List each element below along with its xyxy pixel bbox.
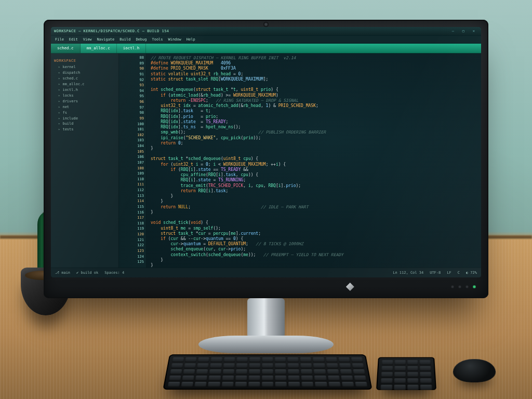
code-line[interactable]: RBQ[idx].state = TS_READY; <box>151 119 477 125</box>
status-bar[interactable]: ⎇ main✔ build okSpaces: 4 Ln 112, Col 34… <box>51 268 481 277</box>
code-line[interactable]: return RBQ[i].task; <box>151 189 477 194</box>
code-line[interactable] <box>151 82 477 87</box>
sidebar-item[interactable]: fs <box>54 110 115 116</box>
status-item[interactable]: LF <box>447 271 451 275</box>
sidebar-item[interactable]: ioctl.h <box>54 87 115 93</box>
sidebar-item[interactable]: sched.c <box>54 76 115 82</box>
line-number: 124 <box>121 255 144 260</box>
tab-strip[interactable]: sched.cmm_alloc.cioctl.h <box>51 44 481 54</box>
code-line[interactable]: struct task_t *cur = percpu[me].current; <box>151 231 477 236</box>
sidebar-item[interactable]: build <box>54 121 115 127</box>
line-number: 97 <box>121 105 144 111</box>
line-number: 102 <box>121 133 144 139</box>
status-item[interactable]: ✔ build ok <box>76 271 98 275</box>
line-number: 88 <box>121 56 144 61</box>
line-number: 89 <box>121 61 144 67</box>
code-line[interactable]: smp_wmb(); // PUBLISH ORDERING BARRIER <box>151 130 477 135</box>
code-line[interactable]: } <box>151 146 477 151</box>
sidebar-item[interactable]: locks <box>54 93 115 99</box>
menu-item[interactable]: Window <box>168 37 181 42</box>
menu-item[interactable]: Build <box>119 37 130 42</box>
code-area[interactable]: // ROUTE REQUEST DISPATCH — KERNEL RING … <box>147 54 481 268</box>
window-control-button[interactable]: – <box>449 29 457 34</box>
window-controls[interactable]: –▢✕ <box>449 29 478 34</box>
status-item[interactable]: C <box>458 271 460 275</box>
keyboard[interactable] <box>163 354 372 390</box>
code-editor[interactable]: 8889909192939495969798991001011021031041… <box>119 54 481 268</box>
window-control-button[interactable]: ✕ <box>470 29 478 34</box>
code-line[interactable]: } <box>151 194 477 199</box>
code-line[interactable]: int sched_enqueue(struct task_t *t, uint… <box>151 87 477 92</box>
line-number: 121 <box>121 238 144 244</box>
code-line[interactable]: uint32_t idx = atomic_fetch_add(&rb_head… <box>151 103 477 109</box>
code-line[interactable]: ipi_raise("SCHED_WAKE", cpu_pick(prio)); <box>151 136 477 141</box>
window-titlebar[interactable]: WORKSPACE — KERNEL/DISPATCH/SCHED.C — BU… <box>51 27 481 36</box>
code-line[interactable]: if (atomic_load(&rb_head) >= WORKQUEUE_M… <box>151 93 477 98</box>
code-line[interactable]: uint8_t me = smp_self(); <box>151 226 477 231</box>
editor-tab[interactable]: mm_alloc.c <box>81 44 117 53</box>
code-line[interactable]: } <box>151 258 477 263</box>
line-number: 110 <box>121 177 144 183</box>
code-line[interactable]: } <box>151 210 477 215</box>
line-number: 100 <box>121 122 144 128</box>
menu-item[interactable]: View <box>83 37 92 42</box>
code-line[interactable]: RBQ[idx].task = t; <box>151 109 477 114</box>
status-item[interactable]: Spaces: 4 <box>104 271 124 275</box>
sidebar-item[interactable]: kernel <box>54 64 115 70</box>
window-control-button[interactable]: ▢ <box>459 29 468 34</box>
sidebar-item[interactable]: drivers <box>54 99 115 104</box>
code-line[interactable]: sched_enqueue(cur, cur->prio); <box>151 247 477 252</box>
line-number: 98 <box>121 111 144 116</box>
mouse[interactable] <box>453 359 496 382</box>
code-line[interactable]: if (RBQ[i].state == TS_READY && <box>151 167 477 172</box>
sidebar-item[interactable]: tests <box>54 127 115 132</box>
code-line[interactable]: return 0; <box>151 141 477 146</box>
code-line[interactable]: static volatile uint32_t rb_head = 0; <box>151 72 477 77</box>
sidebar-item[interactable]: net <box>54 104 115 110</box>
sidebar-item[interactable]: dispatch <box>54 70 115 76</box>
sidebar-item[interactable]: mm_alloc.c <box>54 82 115 87</box>
code-line[interactable]: return NULL; // IDLE — PARK HART <box>151 205 477 210</box>
menu-item[interactable]: Navigate <box>97 37 115 42</box>
status-item[interactable]: UTF-8 <box>430 271 441 275</box>
code-line[interactable]: return -ENOSPC; // RING SATURATED — DROP… <box>151 98 477 103</box>
menu-item[interactable]: Debug <box>136 37 147 42</box>
menu-item[interactable]: Edit <box>69 37 78 42</box>
code-line[interactable]: static struct task_slot RBQ[WORKQUEUE_MA… <box>151 77 477 82</box>
webcam-icon <box>263 22 269 27</box>
code-line[interactable]: } <box>151 263 477 268</box>
numpad[interactable] <box>376 357 436 390</box>
menu-item[interactable]: File <box>55 37 64 42</box>
status-item[interactable]: ◐ 72% <box>466 271 477 275</box>
code-line[interactable]: RBQ[idx].ts_ns = hpet_now_ns(); <box>151 125 477 130</box>
monitor-indicators <box>451 285 476 288</box>
explorer-sidebar[interactable]: WORKSPACE kerneldispatchsched.cmm_alloc.… <box>51 54 119 268</box>
menu-item[interactable]: Help <box>187 37 195 42</box>
code-line[interactable]: #define PRIO_SCHED_MASK 0xFF3A <box>151 66 477 71</box>
menu-item[interactable]: Tools <box>152 37 163 42</box>
code-line[interactable]: RBQ[i].state = TS_RUNNING; <box>151 178 477 183</box>
status-item[interactable]: ⎇ main <box>55 271 70 275</box>
code-line[interactable]: struct task_t *sched_dequeue(uint8_t cpu… <box>151 156 477 162</box>
code-line[interactable]: // ROUTE REQUEST DISPATCH — KERNEL RING … <box>151 56 477 61</box>
monitor-screen: WORKSPACE — KERNEL/DISPATCH/SCHED.C — BU… <box>51 27 481 277</box>
menu-bar[interactable]: FileEditViewNavigateBuildDebugToolsWindo… <box>51 36 481 44</box>
code-line[interactable] <box>151 151 477 156</box>
code-line[interactable]: trace_emit(TRC_SCHED_PICK, i, cpu, RBQ[i… <box>151 183 477 189</box>
editor-tab[interactable]: ioctl.h <box>117 44 147 53</box>
sidebar-item[interactable]: include <box>54 116 115 122</box>
editor-tab[interactable]: sched.c <box>51 44 81 53</box>
code-line[interactable]: cpu_affine(RBQ[i].task, cpu)) { <box>151 172 477 178</box>
code-line[interactable] <box>151 215 477 220</box>
line-number: 122 <box>121 243 144 249</box>
line-number: 105 <box>121 150 144 155</box>
code-line[interactable]: } <box>151 199 477 204</box>
code-line[interactable]: for (uint32_t i = 0; i < WORKQUEUE_MAXIM… <box>151 162 477 167</box>
code-line[interactable]: context_switch(sched_dequeue(me)); // PR… <box>151 252 477 258</box>
code-line[interactable]: #define WORKQUEUE_MAXIMUM 4096 <box>151 61 477 66</box>
code-line[interactable]: RBQ[idx].prio = prio; <box>151 114 477 119</box>
code-line[interactable]: void sched_tick(void) { <box>151 220 477 225</box>
code-line[interactable]: cur->quantum = DEFAULT_QUANTUM; // 8 TIC… <box>151 242 477 247</box>
status-item[interactable]: Ln 112, Col 34 <box>393 271 423 275</box>
code-line[interactable]: if (cur && --cur->quantum == 0) { <box>151 236 477 242</box>
